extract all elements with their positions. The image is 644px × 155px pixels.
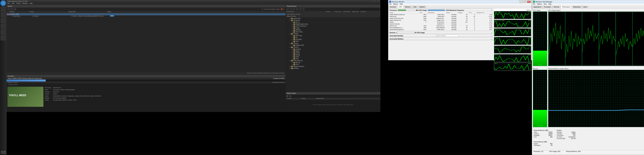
process-row[interactable]: AfterFX.exe6060Adobe Afte...Running50341… xyxy=(389,16,492,17)
preset-tree-item[interactable]: ▸DVD xyxy=(286,64,380,65)
add-folder-button[interactable]: + xyxy=(286,95,288,97)
processes-table[interactable]: ImagePIDDescriptionStatusThreadsCPUAvera… xyxy=(389,11,493,31)
menu-help[interactable]: Help xyxy=(548,3,552,5)
duplicate-button[interactable] xyxy=(14,8,16,10)
taskbar-app-icon[interactable] xyxy=(0,6,6,12)
taskbar-app-icon[interactable] xyxy=(0,12,6,17)
taskbar-app-icon[interactable] xyxy=(0,24,6,29)
preset-tree-item[interactable]: ▸DVCPRO xyxy=(286,39,380,40)
preset-tree-item[interactable]: ▸AS-11 xyxy=(286,21,380,23)
delete-preset-button[interactable] xyxy=(290,8,292,10)
export-button[interactable] xyxy=(302,8,304,10)
preset-tree-item[interactable]: ▸H.264 xyxy=(286,27,380,29)
process-row[interactable]: Adobe QT32 Server.exe8196Adobe QT32 ...R… xyxy=(389,18,492,19)
modules-header[interactable]: Associated Modules ⌄ xyxy=(389,38,493,40)
menu-file[interactable]: File xyxy=(8,2,10,5)
menu-file[interactable]: File xyxy=(533,3,535,5)
preset-tree-item[interactable]: ▸Android xyxy=(286,48,380,50)
preset-tree-item[interactable]: ▸Audio Only xyxy=(286,17,380,19)
menu-window[interactable]: Window xyxy=(22,2,28,5)
preset-tree-item[interactable]: ▸HDV xyxy=(286,40,380,42)
preset-tree-item[interactable]: ▸Mobile xyxy=(286,54,380,56)
add-source-button[interactable] xyxy=(8,8,10,10)
preset-tree-item[interactable]: ▸Apple xyxy=(286,50,380,52)
preset-tree-item[interactable]: ▸Nook xyxy=(286,56,380,58)
preset-tree-item[interactable]: ▸AVC-Intra xyxy=(286,35,380,37)
menu-edit[interactable]: Edit xyxy=(12,2,14,5)
menu-options[interactable]: Options xyxy=(537,3,542,5)
remove-button[interactable] xyxy=(11,8,13,10)
tab-overview[interactable]: Overview xyxy=(388,5,398,8)
new-group-button[interactable] xyxy=(293,8,295,10)
process-row[interactable]: dynamiclinkmanager.exe6264Adobe Dyna...R… xyxy=(389,29,492,30)
handles-header[interactable]: Associated Handles ⌄ xyxy=(389,34,493,37)
expand-icon[interactable]: ⌄ xyxy=(491,38,492,40)
services-header[interactable]: Services 3% CPU Usage ⌄ xyxy=(389,31,493,34)
remove-folder-button[interactable]: − xyxy=(289,95,292,97)
taskbar-app-icon[interactable] xyxy=(0,35,6,40)
import-button[interactable] xyxy=(299,8,302,10)
collapse-icon[interactable]: ⌃ xyxy=(491,9,492,11)
stop-button[interactable] xyxy=(281,8,283,10)
close-button[interactable]: × xyxy=(376,0,380,2)
menu-file[interactable]: File xyxy=(389,3,392,5)
close-button[interactable]: × xyxy=(527,0,531,3)
preset-tree-item[interactable]: ▸DNxHD MXF OP1a xyxy=(286,23,380,25)
tab-networking[interactable]: Networking xyxy=(572,5,582,8)
process-row[interactable]: perfmon.exe7604Resource an...Running1900… xyxy=(389,25,492,27)
preset-tree-item[interactable]: ▸GoPro CineForm xyxy=(286,25,380,27)
taskmgr-titlebar[interactable]: Windows Task Manager _ □ × xyxy=(532,0,644,3)
process-row[interactable]: 3tcSvcDataMgrSvc.ex...76883tcSvcDataSvcR… xyxy=(389,27,492,28)
preset-tree-item[interactable]: ▸Camera xyxy=(286,33,380,35)
preset-tree-item[interactable]: ▸MPEG2 xyxy=(286,29,380,31)
queue-output-row[interactable]: ▾ QuickTime ▾ Custom C:\Users\...Media C… xyxy=(6,15,286,17)
watch-header[interactable]: Watch Folders xyxy=(286,92,380,95)
start-queue-button[interactable]: ▶ xyxy=(284,8,284,10)
tab-network[interactable]: Network xyxy=(418,5,426,8)
preset-tree-item[interactable]: ▸Wraptor DCP xyxy=(286,44,380,46)
expand-icon[interactable]: ⌄ xyxy=(491,35,492,37)
minimize-button[interactable]: _ xyxy=(519,0,523,3)
process-row[interactable]: System Interrupts-Deferred Pr...Running-… xyxy=(389,23,492,25)
process-row[interactable]: plugin-container.exe4336Plugin Cont...Ru… xyxy=(389,19,492,21)
processes-header[interactable]: Processes 48% CPU Usage 113% Maximum Fre… xyxy=(389,9,493,11)
tab-cpu[interactable]: CPU xyxy=(398,5,404,8)
tab-memory[interactable]: Memory xyxy=(404,5,412,8)
preset-tree-item[interactable]: ▸Broadcast xyxy=(286,19,380,21)
views-dropdown[interactable]: ▾ xyxy=(530,9,531,11)
preset-tree-item[interactable]: ▸TiVo xyxy=(286,58,380,60)
process-row[interactable]: Adobe Media Encoder.exe3872Adobe Med...R… xyxy=(389,14,492,15)
preset-tree-item[interactable]: ▸Blu-ray xyxy=(286,62,380,63)
auto-encode-checkbox[interactable]: ☑ xyxy=(262,8,263,10)
preset-tree-item[interactable]: ▸Devices xyxy=(286,46,380,48)
maximize-button[interactable]: □ xyxy=(523,0,527,3)
preset-tree-item[interactable]: ▸MXF OP1a xyxy=(286,31,380,33)
process-row[interactable]: System4NT Kernel &...Running17200.61 xyxy=(389,21,492,23)
minimize-button[interactable]: — xyxy=(370,0,373,2)
preset-tree-item[interactable]: ▸Kindle xyxy=(286,52,380,54)
renderer-selector[interactable]: Renderer: Mercury Playback Engine GPU Ac… xyxy=(6,72,286,75)
start-button[interactable] xyxy=(0,0,6,6)
queue-job-row[interactable]: ▸ Pr MAIN COMP xyxy=(6,13,286,15)
maximize-button[interactable]: □ xyxy=(374,0,376,2)
queue-panel-header[interactable]: Queue xyxy=(6,5,286,7)
preset-search[interactable] xyxy=(360,8,380,10)
preset-tree-item[interactable]: ▸DV xyxy=(286,37,380,39)
tab-users[interactable]: Users xyxy=(582,5,588,8)
new-preset-button[interactable] xyxy=(286,8,289,10)
menu-help[interactable]: Help xyxy=(400,3,403,5)
preset-tree-item[interactable]: ▸DVD & Blu-ray xyxy=(286,60,380,62)
preset-tree-item[interactable]: ▸Bdesign xyxy=(286,67,380,69)
tab-services[interactable]: Services xyxy=(552,5,560,8)
encoding-header[interactable]: Encoding xyxy=(6,75,286,77)
tab-applications[interactable]: Applications xyxy=(532,5,543,8)
menu-preset[interactable]: Preset xyxy=(16,2,20,5)
handles-search[interactable] xyxy=(436,35,458,37)
tab-disk[interactable]: Disk xyxy=(412,5,418,8)
preset-browser-header[interactable]: Preset Browser xyxy=(286,5,380,7)
expand-icon[interactable]: ⌄ xyxy=(491,32,492,33)
tab-processes[interactable]: Processes xyxy=(543,5,552,8)
menu-help[interactable]: Help xyxy=(30,2,33,5)
preset-tree-item[interactable]: ▸Image Sequence xyxy=(286,65,380,67)
taskbar-app-icon[interactable] xyxy=(0,18,6,23)
